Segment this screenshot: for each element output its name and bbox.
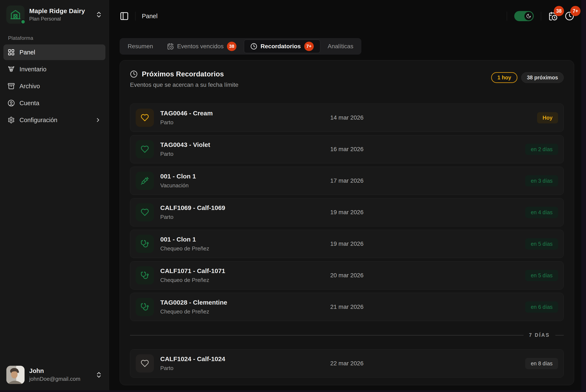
sidebar-item-archivo[interactable]: Archivo	[4, 78, 106, 94]
today-pill: 1 hoy	[491, 72, 517, 83]
page-title: Panel	[142, 13, 158, 20]
sidebar-section-label: Plataforma	[8, 35, 106, 41]
stethoscope-icon	[140, 240, 149, 248]
cow-icon	[8, 66, 15, 73]
reminder-date: 16 mar 2026	[330, 146, 364, 152]
tab-resumen[interactable]: Resumen	[121, 40, 160, 53]
sidebar-item-label: Panel	[20, 49, 35, 56]
reminder-row[interactable]: 001 - Clon 1Chequeo de Preñez 19 mar 202…	[130, 230, 564, 258]
tab-analiticas[interactable]: Analíticas	[321, 40, 360, 53]
tab-badge: 7+	[304, 42, 314, 51]
stethoscope-icon	[140, 271, 149, 280]
reminders-button[interactable]: 7+	[565, 12, 574, 21]
org-switcher[interactable]: Maple Ridge Dairy Plan Personal	[4, 3, 106, 26]
heart-icon	[140, 145, 149, 154]
reminder-row[interactable]: CALF1024 - Calf-1024Parto 22 mar 2026 en…	[130, 349, 564, 378]
user-circle-icon	[8, 100, 15, 107]
panel-left-icon	[120, 12, 129, 21]
reminder-date: 19 mar 2026	[330, 209, 364, 216]
due-badge: en 8 días	[525, 358, 558, 369]
calendar-clock-icon	[167, 43, 174, 50]
user-name: John	[29, 368, 90, 374]
sidebar-item-panel[interactable]: Panel	[4, 44, 106, 60]
sidebar-nav: Panel Inventario Archivo Cuenta Configur…	[4, 44, 106, 128]
gear-icon	[8, 116, 15, 124]
overdue-count-badge: 38	[554, 6, 564, 16]
app-window: Maple Ridge Dairy Plan Personal Platafor…	[0, 0, 581, 390]
reminder-list: TAG0046 - CreamParto 14 mar 2026 Hoy TAG…	[130, 104, 564, 378]
moon-icon	[526, 14, 531, 19]
clock-icon	[250, 43, 257, 50]
reminders-count-badge: 7+	[570, 6, 580, 16]
sidebar-item-cuenta[interactable]: Cuenta	[4, 95, 106, 111]
heart-icon	[140, 359, 149, 368]
user-menu[interactable]: John johnDoe@gmail.com	[4, 363, 106, 386]
reminder-row[interactable]: TAG0028 - ClementineChequeo de Preñez 21…	[130, 293, 564, 321]
reminder-date: 19 mar 2026	[330, 240, 364, 247]
reminders-card: Próximos Recordatorios Eventos que se ac…	[120, 60, 574, 385]
overdue-events-button[interactable]: 38	[548, 12, 558, 21]
reminder-row[interactable]: 001 - Clon 1Vacunación 17 mar 2026 en 3 …	[130, 166, 564, 195]
heart-icon	[140, 114, 149, 122]
reminder-date: 20 mar 2026	[330, 272, 364, 279]
seven-days-divider: 7 DÍAS	[130, 332, 564, 338]
due-badge: Hoy	[537, 112, 558, 124]
tab-bar: Resumen Eventos vencidos 38 Recordatorio…	[120, 38, 362, 54]
clock-icon	[130, 70, 138, 78]
user-email: johnDoe@gmail.com	[29, 376, 90, 382]
sidebar-toggle-button[interactable]	[120, 12, 129, 21]
barn-icon	[6, 6, 24, 24]
sidebar: Maple Ridge Dairy Plan Personal Platafor…	[0, 0, 109, 390]
due-badge: en 6 días	[525, 302, 558, 313]
sidebar-item-label: Archivo	[20, 83, 40, 90]
sidebar-item-label: Inventario	[20, 66, 46, 73]
sidebar-item-label: Cuenta	[20, 100, 40, 107]
chevron-right-icon	[95, 117, 101, 123]
org-plan: Plan Personal	[29, 16, 90, 22]
tab-badge: 38	[227, 42, 236, 51]
tab-eventos-vencidos[interactable]: Eventos vencidos 38	[160, 40, 243, 53]
upcoming-pill: 38 próximos	[521, 72, 564, 83]
reminder-row[interactable]: TAG0046 - CreamParto 14 mar 2026 Hoy	[130, 104, 564, 132]
heart-icon	[140, 208, 149, 216]
archive-icon	[8, 82, 15, 90]
reminder-date: 21 mar 2026	[330, 304, 364, 310]
due-badge: en 5 días	[525, 238, 558, 250]
avatar	[6, 366, 24, 384]
reminder-row[interactable]: CALF1071 - Calf-1071Chequeo de Preñez 20…	[130, 261, 564, 290]
due-badge: en 5 días	[525, 270, 558, 281]
divider	[135, 12, 136, 20]
main-area: Panel 38 7+	[109, 0, 581, 390]
chevrons-up-down-icon	[95, 11, 102, 18]
divider	[507, 12, 507, 20]
sidebar-item-inventario[interactable]: Inventario	[4, 62, 106, 77]
stethoscope-icon	[140, 303, 149, 311]
card-subtitle: Eventos que se acercan a su fecha límite	[130, 82, 238, 88]
due-badge: en 3 días	[525, 175, 558, 186]
topbar: Panel 38 7+	[120, 0, 574, 32]
due-badge: en 2 días	[525, 144, 558, 155]
sidebar-item-configuracion[interactable]: Configuración	[4, 112, 106, 128]
sidebar-item-label: Configuración	[20, 117, 57, 124]
reminder-date: 22 mar 2026	[330, 360, 364, 367]
dark-mode-toggle[interactable]	[514, 11, 534, 21]
chevrons-up-down-icon	[95, 371, 102, 378]
reminder-row[interactable]: TAG0043 - VioletParto 16 mar 2026 en 2 d…	[130, 135, 564, 164]
layout-grid-icon	[8, 49, 15, 56]
reminder-row[interactable]: CALF1069 - Calf-1069Parto 19 mar 2026 en…	[130, 198, 564, 226]
due-badge: en 4 días	[525, 207, 558, 218]
card-title: Próximos Recordatorios	[142, 70, 224, 78]
org-name: Maple Ridge Dairy	[29, 8, 90, 14]
org-status-dot	[20, 19, 26, 24]
syringe-icon	[140, 176, 149, 185]
reminder-date: 17 mar 2026	[330, 177, 364, 184]
reminder-date: 14 mar 2026	[330, 114, 364, 121]
tab-recordatorios[interactable]: Recordatorios 7+	[244, 40, 320, 53]
